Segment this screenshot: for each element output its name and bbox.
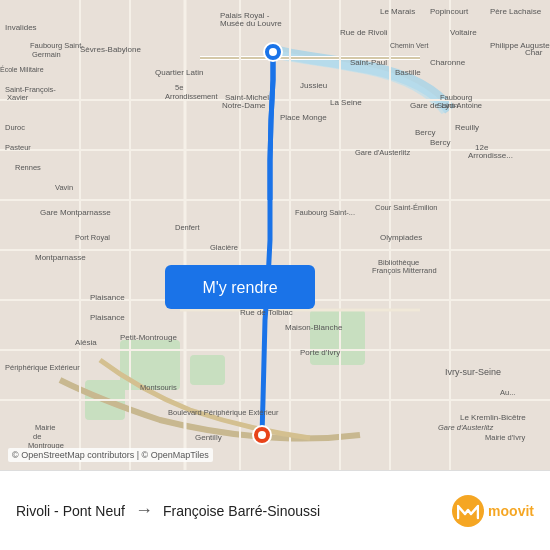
svg-text:Petit-Montrouge: Petit-Montrouge [120, 333, 177, 342]
svg-text:Bastille: Bastille [395, 68, 421, 77]
map-attribution: © OpenStreetMap contributors | © OpenMap… [8, 448, 213, 462]
svg-text:Saint-Paul: Saint-Paul [350, 58, 387, 67]
svg-text:Place Monge: Place Monge [280, 113, 327, 122]
svg-text:Bercy: Bercy [415, 128, 435, 137]
svg-text:Alésia: Alésia [75, 338, 97, 347]
svg-text:Invalides: Invalides [5, 23, 37, 32]
svg-text:Glacière: Glacière [210, 243, 238, 252]
svg-text:Charonne: Charonne [430, 58, 466, 67]
svg-text:Le Marais: Le Marais [380, 7, 415, 16]
svg-text:de: de [33, 432, 41, 441]
svg-text:Pasteur: Pasteur [5, 143, 31, 152]
svg-text:Arrondisse...: Arrondisse... [468, 151, 513, 160]
svg-text:Mairie: Mairie [35, 423, 55, 432]
svg-point-92 [269, 48, 277, 56]
svg-text:Plaisance: Plaisance [90, 313, 125, 322]
svg-point-94 [258, 431, 266, 439]
svg-text:Sèvres-Babylone: Sèvres-Babylone [80, 45, 141, 54]
route-info: Rivoli - Pont Neuf → Françoise Barré-Sin… [16, 500, 452, 521]
svg-text:Gare Montparnasse: Gare Montparnasse [40, 208, 111, 217]
svg-text:Père Lachaise: Père Lachaise [490, 7, 542, 16]
svg-text:Port Royal: Port Royal [75, 233, 110, 242]
destination-label: Françoise Barré-Sinoussi [163, 503, 320, 519]
svg-text:Bercy: Bercy [430, 138, 450, 147]
svg-text:Notre-Dame: Notre-Dame [222, 101, 266, 110]
svg-text:Germain: Germain [32, 50, 61, 59]
svg-text:Reuilly: Reuilly [455, 123, 479, 132]
svg-text:Le Kremlin-Bicêtre: Le Kremlin-Bicêtre [460, 413, 526, 422]
svg-text:Mairie d'Ivry: Mairie d'Ivry [485, 433, 525, 442]
svg-text:Montsouris: Montsouris [140, 383, 177, 392]
svg-text:Jussieu: Jussieu [300, 81, 327, 90]
svg-text:Ivry-sur-Seine: Ivry-sur-Seine [445, 367, 501, 377]
svg-text:Gare d'Austerlitz: Gare d'Austerlitz [438, 423, 493, 432]
svg-text:Gentilly: Gentilly [195, 433, 222, 442]
svg-text:Saint-Antoine: Saint-Antoine [437, 101, 482, 110]
svg-text:Boulevard Périphérique Extérie: Boulevard Périphérique Extérieur [168, 408, 279, 417]
svg-text:Xavier: Xavier [7, 93, 29, 102]
svg-text:Olympiades: Olympiades [380, 233, 422, 242]
svg-text:École Militaire: École Militaire [0, 65, 44, 73]
svg-text:Chemin Vert: Chemin Vert [390, 42, 429, 49]
svg-text:Gare d'Austerlitz: Gare d'Austerlitz [355, 148, 410, 157]
svg-text:Faubourg Saint-: Faubourg Saint- [30, 41, 84, 50]
svg-text:Rue de Rivoli: Rue de Rivoli [340, 28, 388, 37]
svg-text:Denfert: Denfert [175, 223, 201, 232]
bottom-bar: Rivoli - Pont Neuf → Françoise Barré-Sin… [0, 470, 550, 550]
svg-text:François Mitterrand: François Mitterrand [372, 266, 437, 275]
svg-rect-4 [190, 355, 225, 385]
svg-text:Périphérique Extérieur: Périphérique Extérieur [5, 363, 80, 372]
moovit-logo: moovit [452, 495, 534, 527]
svg-text:La Seine: La Seine [330, 98, 362, 107]
svg-text:Rennes: Rennes [15, 163, 41, 172]
svg-text:Vavin: Vavin [55, 183, 73, 192]
svg-text:Cour Saint-Émilion: Cour Saint-Émilion [375, 203, 438, 212]
svg-text:Voltaire: Voltaire [450, 28, 477, 37]
svg-text:Au...: Au... [500, 388, 515, 397]
svg-text:5e: 5e [175, 83, 183, 92]
svg-text:Plaisance: Plaisance [90, 293, 125, 302]
svg-text:M'y rendre: M'y rendre [202, 279, 277, 296]
svg-text:Musée du Louvre: Musée du Louvre [220, 19, 282, 28]
svg-text:Quartier Latin: Quartier Latin [155, 68, 203, 77]
map-container: Palais Royal - Musée du Louvre Le Marais… [0, 0, 550, 470]
arrow-icon: → [135, 500, 153, 521]
svg-text:Popincourt: Popincourt [430, 7, 469, 16]
moovit-text: moovit [488, 503, 534, 519]
origin-label: Rivoli - Pont Neuf [16, 503, 125, 519]
svg-text:Montparnasse: Montparnasse [35, 253, 86, 262]
moovit-icon-badge [452, 495, 484, 527]
svg-text:Arrondissement: Arrondissement [165, 92, 218, 101]
svg-text:Faubourg Saint-...: Faubourg Saint-... [295, 208, 355, 217]
svg-text:Duroc: Duroc [5, 123, 25, 132]
svg-text:Char: Char [525, 48, 543, 57]
svg-text:Maison-Blanche: Maison-Blanche [285, 323, 343, 332]
svg-text:Rue de Tolbiac: Rue de Tolbiac [240, 308, 293, 317]
svg-text:Porte d'Ivry: Porte d'Ivry [300, 348, 340, 357]
